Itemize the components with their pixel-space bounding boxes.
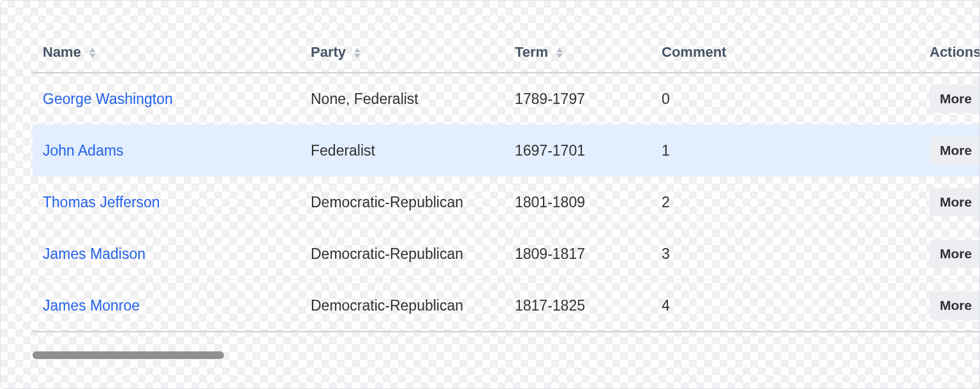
cell-party: None, Federalist (301, 73, 505, 125)
name-link[interactable]: James Monroe (43, 297, 140, 314)
table-scroll[interactable]: Name Party Term (33, 33, 979, 332)
cell-actions: More (919, 280, 979, 332)
cell-actions: More (919, 125, 979, 177)
cell-party: Democratic-Republican (301, 177, 505, 228)
col-header-comment: Comment (651, 33, 919, 73)
cell-actions: More (919, 228, 979, 280)
sort-icon[interactable] (556, 48, 563, 58)
col-header-party-label: Party (311, 44, 346, 60)
col-header-term[interactable]: Term (505, 33, 651, 73)
cell-actions: More (919, 73, 979, 125)
cell-name: James Madison (33, 228, 301, 280)
name-link[interactable]: George Washington (43, 91, 173, 107)
col-header-name-label: Name (43, 44, 81, 60)
cell-name: Thomas Jefferson (33, 177, 301, 228)
cell-name: George Washington (33, 73, 301, 125)
more-button[interactable]: More (930, 291, 979, 319)
cell-term: 1697-1701 (505, 125, 651, 177)
col-header-party[interactable]: Party (301, 33, 505, 73)
cell-comment: 3 (651, 228, 919, 280)
name-link[interactable]: John Adams (43, 142, 124, 159)
cell-term: 1789-1797 (505, 73, 651, 125)
table-row: George WashingtonNone, Federalist1789-17… (33, 73, 979, 125)
cell-comment: 0 (651, 73, 919, 125)
cell-term: 1817-1825 (505, 280, 651, 332)
table-header-row: Name Party Term (33, 33, 979, 73)
cell-term: 1809-1817 (505, 228, 651, 280)
col-header-actions: Actions (919, 33, 979, 73)
more-button[interactable]: More (930, 240, 979, 268)
cell-actions: More (919, 177, 979, 228)
cell-comment: 2 (651, 177, 919, 228)
sort-icon[interactable] (89, 48, 96, 58)
cell-term: 1801-1809 (505, 177, 651, 228)
presidents-table: Name Party Term (33, 33, 979, 332)
cell-name: John Adams (33, 125, 301, 177)
table-row: John AdamsFederalist1697-17011More (33, 125, 979, 177)
col-header-term-label: Term (515, 44, 548, 60)
col-header-name[interactable]: Name (33, 33, 301, 73)
cell-party: Federalist (301, 125, 505, 177)
table-row: Thomas JeffersonDemocratic-Republican180… (33, 177, 979, 228)
table-card: Name Party Term (0, 0, 980, 389)
name-link[interactable]: Thomas Jefferson (43, 194, 160, 210)
table-row: James MonroeDemocratic-Republican1817-18… (33, 280, 979, 332)
cell-comment: 4 (651, 280, 919, 332)
more-button[interactable]: More (930, 188, 979, 216)
more-button[interactable]: More (930, 136, 979, 165)
col-header-comment-label: Comment (662, 44, 726, 60)
col-header-actions-label: Actions (930, 44, 979, 60)
cell-comment: 1 (651, 125, 919, 177)
cell-party: Democratic-Republican (301, 280, 505, 332)
cell-name: James Monroe (33, 280, 301, 332)
more-button[interactable]: More (930, 85, 979, 113)
sort-icon[interactable] (353, 48, 361, 58)
horizontal-scrollbar-thumb[interactable] (33, 351, 224, 359)
cell-party: Democratic-Republican (301, 228, 505, 280)
name-link[interactable]: James Madison (43, 246, 145, 262)
table-row: James MadisonDemocratic-Republican1809-1… (33, 228, 979, 280)
